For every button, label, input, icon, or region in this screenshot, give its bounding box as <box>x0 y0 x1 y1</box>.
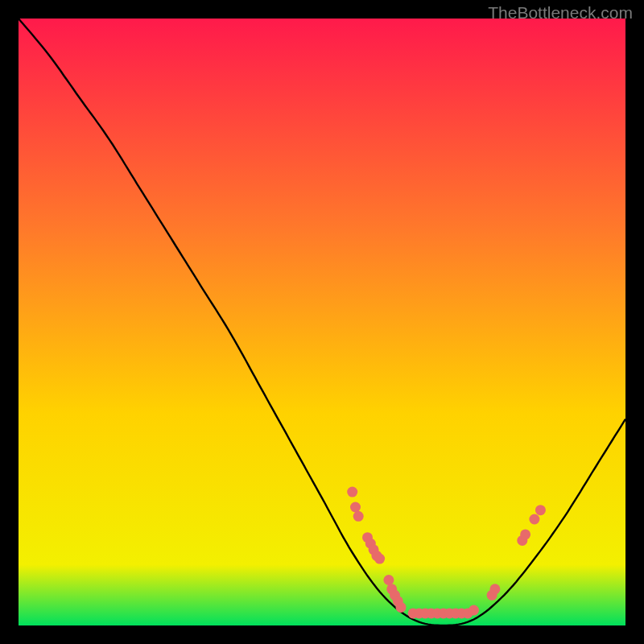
chart-marker <box>529 514 539 525</box>
chart-marker <box>520 529 530 539</box>
chart-marker <box>396 602 407 613</box>
chart-background <box>19 19 625 625</box>
watermark-label: TheBottleneck.com <box>488 3 633 23</box>
chart-marker <box>383 575 394 585</box>
chart-marker <box>489 584 500 594</box>
chart-marker <box>374 554 385 564</box>
chart-marker <box>353 511 364 522</box>
chart-marker <box>535 505 546 515</box>
chart-marker <box>347 487 357 497</box>
chart-marker <box>469 605 479 616</box>
bottleneck-curve-chart <box>19 19 625 625</box>
chart-container <box>19 19 625 625</box>
chart-marker <box>350 502 361 513</box>
